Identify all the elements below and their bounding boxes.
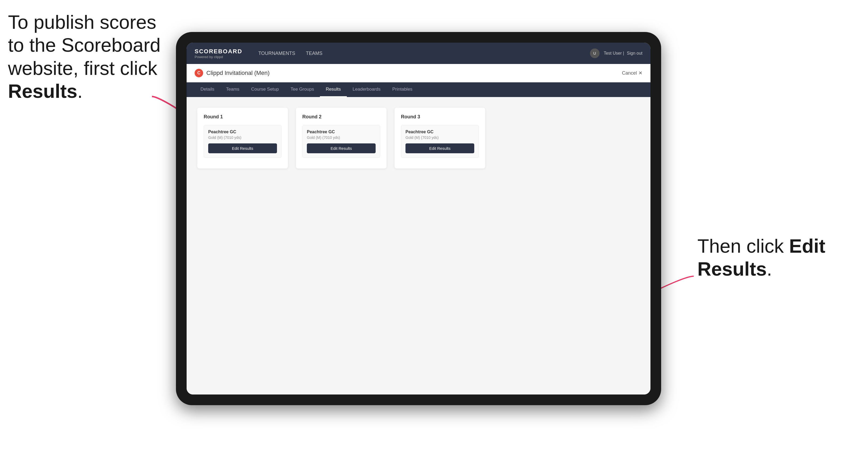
cancel-button[interactable]: Cancel ✕ [622, 70, 643, 76]
tab-leaderboards[interactable]: Leaderboards [347, 82, 386, 97]
header-right: U Test User | Sign out [590, 49, 643, 58]
nav-tournaments[interactable]: TOURNAMENTS [258, 50, 296, 57]
nav-links: TOURNAMENTS TEAMS [258, 50, 590, 57]
round-3-edit-results-button[interactable]: Edit Results [405, 144, 474, 153]
tablet-screen: SCOREBOARD Powered by clippd TOURNAMENTS… [187, 43, 650, 395]
round-2-title: Round 2 [302, 114, 380, 120]
nav-teams[interactable]: TEAMS [306, 50, 322, 57]
user-avatar: U [590, 49, 599, 58]
round-1-course-details: Gold (M) (7010 yds) [208, 135, 277, 140]
tournament-icon: C [195, 69, 203, 77]
user-info: Test User | Sign out [604, 51, 643, 56]
tablet-frame: SCOREBOARD Powered by clippd TOURNAMENTS… [176, 32, 661, 405]
round-2-course-details: Gold (M) (7010 yds) [307, 135, 376, 140]
round-3-card: Round 3 Peachtree GC Gold (M) (7010 yds)… [395, 108, 485, 168]
sign-out-link[interactable]: Sign out [627, 51, 643, 56]
tab-tee-groups[interactable]: Tee Groups [285, 82, 320, 97]
round-3-course-card: Peachtree GC Gold (M) (7010 yds) Edit Re… [401, 125, 479, 158]
tab-teams[interactable]: Teams [220, 82, 245, 97]
rounds-grid: Round 1 Peachtree GC Gold (M) (7010 yds)… [197, 108, 640, 168]
round-2-course-name: Peachtree GC [307, 129, 376, 134]
instruction-right: Then click Edit Results. [698, 235, 852, 281]
tab-details[interactable]: Details [195, 82, 220, 97]
instruction-left: To publish scores to the Scoreboard webs… [8, 11, 163, 103]
round-1-card: Round 1 Peachtree GC Gold (M) (7010 yds)… [197, 108, 288, 168]
tournament-bar: C Clippd Invitational (Men) Cancel ✕ [187, 64, 650, 82]
round-2-edit-results-button[interactable]: Edit Results [307, 144, 376, 153]
logo-text: SCOREBOARD [195, 48, 242, 55]
close-icon: ✕ [639, 70, 643, 76]
round-1-edit-results-button[interactable]: Edit Results [208, 144, 277, 153]
round-1-course-card: Peachtree GC Gold (M) (7010 yds) Edit Re… [204, 125, 281, 158]
tournament-name: C Clippd Invitational (Men) [195, 69, 270, 77]
tab-course-setup[interactable]: Course Setup [245, 82, 285, 97]
round-3-title: Round 3 [401, 114, 479, 120]
round-1-title: Round 1 [204, 114, 281, 120]
round-3-course-details: Gold (M) (7010 yds) [405, 135, 474, 140]
round-1-course-name: Peachtree GC [208, 129, 277, 134]
tab-results[interactable]: Results [320, 82, 347, 97]
round-3-course-name: Peachtree GC [405, 129, 474, 134]
app-header: SCOREBOARD Powered by clippd TOURNAMENTS… [187, 43, 650, 64]
scoreboard-logo: SCOREBOARD Powered by clippd [195, 48, 242, 59]
tab-printables[interactable]: Printables [386, 82, 418, 97]
round-2-course-card: Peachtree GC Gold (M) (7010 yds) Edit Re… [302, 125, 380, 158]
logo-subtitle: Powered by clippd [195, 55, 242, 59]
round-2-card: Round 2 Peachtree GC Gold (M) (7010 yds)… [296, 108, 386, 168]
main-content: Round 1 Peachtree GC Gold (M) (7010 yds)… [187, 97, 650, 395]
sub-nav: Details Teams Course Setup Tee Groups Re… [187, 82, 650, 97]
